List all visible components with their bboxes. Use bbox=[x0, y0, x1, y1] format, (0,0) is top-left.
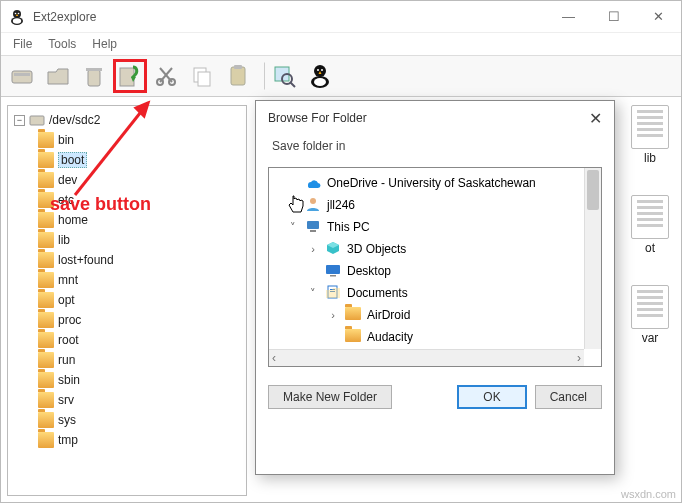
tree-item-mnt[interactable]: mnt bbox=[38, 270, 244, 290]
folder-item[interactable]: ˅Documents bbox=[273, 282, 597, 304]
dialog-close-button[interactable]: ✕ bbox=[589, 109, 602, 128]
tree-item-label: proc bbox=[58, 313, 81, 327]
paste-button[interactable] bbox=[221, 59, 255, 93]
dialog-button-row: Make New Folder OK Cancel bbox=[256, 371, 614, 423]
cut-button[interactable] bbox=[149, 59, 183, 93]
scrollbar-thumb[interactable] bbox=[587, 170, 599, 210]
window-controls: — ☐ ✕ bbox=[546, 1, 681, 33]
folder-icon bbox=[38, 412, 54, 428]
folder-item[interactable]: ›3D Objects bbox=[273, 238, 597, 260]
tree-item-proc[interactable]: proc bbox=[38, 310, 244, 330]
collapse-icon[interactable]: − bbox=[14, 115, 25, 126]
maximize-button[interactable]: ☐ bbox=[591, 1, 636, 33]
expand-icon[interactable]: ˅ bbox=[287, 221, 299, 234]
folder-label: Audacity bbox=[367, 330, 413, 344]
tree-item-label: root bbox=[58, 333, 79, 347]
tree-item-tmp[interactable]: tmp bbox=[38, 430, 244, 450]
copy-button[interactable] bbox=[185, 59, 219, 93]
tree-root-label: /dev/sdc2 bbox=[49, 113, 100, 127]
tree-item-opt[interactable]: opt bbox=[38, 290, 244, 310]
tree-root[interactable]: − /dev/sdc2 bbox=[10, 110, 244, 130]
horizontal-scrollbar[interactable]: ‹› bbox=[269, 349, 584, 366]
folder-item[interactable]: ˅This PC bbox=[273, 216, 597, 238]
rescan-button[interactable] bbox=[5, 59, 39, 93]
tree-item-boot[interactable]: boot bbox=[38, 150, 244, 170]
tree-item-label: boot bbox=[58, 152, 87, 168]
save-button[interactable] bbox=[113, 59, 147, 93]
delete-button[interactable] bbox=[77, 59, 111, 93]
ok-button[interactable]: OK bbox=[457, 385, 526, 409]
about-button[interactable] bbox=[303, 59, 337, 93]
dialog-title: Browse For Folder bbox=[268, 111, 367, 125]
folder-item[interactable]: Audacity bbox=[273, 326, 597, 348]
tree-item-label: lib bbox=[58, 233, 70, 247]
svg-point-4 bbox=[18, 12, 20, 14]
svg-point-27 bbox=[321, 69, 323, 71]
folder-item[interactable]: Desktop bbox=[273, 260, 597, 282]
tree-item-lib[interactable]: lib bbox=[38, 230, 244, 250]
tree-item-root[interactable]: root bbox=[38, 330, 244, 350]
svg-rect-34 bbox=[310, 230, 316, 232]
tree-children: binbootdevetchomeliblost+foundmntoptproc… bbox=[10, 130, 244, 450]
svg-point-2 bbox=[13, 18, 21, 24]
menubar: File Tools Help bbox=[1, 33, 681, 55]
folder-icon bbox=[38, 272, 54, 288]
tree-item-dev[interactable]: dev bbox=[38, 170, 244, 190]
document-icon bbox=[631, 105, 669, 149]
scroll-right-icon[interactable]: › bbox=[577, 351, 581, 365]
expand-icon[interactable]: ˅ bbox=[307, 287, 319, 300]
tree-item-label: tmp bbox=[58, 433, 78, 447]
folder-icon bbox=[38, 152, 54, 168]
svg-rect-37 bbox=[326, 265, 340, 274]
open-button[interactable] bbox=[41, 59, 75, 93]
svg-line-22 bbox=[290, 82, 295, 87]
expand-icon[interactable]: › bbox=[307, 243, 319, 255]
tree-item-run[interactable]: run bbox=[38, 350, 244, 370]
file-icons-column: lib ot var bbox=[631, 105, 669, 345]
list-item[interactable]: var bbox=[631, 285, 669, 345]
svg-point-3 bbox=[15, 12, 17, 14]
tree-item-label: home bbox=[58, 213, 88, 227]
device-tree[interactable]: − /dev/sdc2 binbootdevetchomeliblost+fou… bbox=[8, 106, 246, 454]
folder-label: This PC bbox=[327, 220, 370, 234]
menu-help[interactable]: Help bbox=[86, 35, 123, 53]
folder-item[interactable]: jll246 bbox=[273, 194, 597, 216]
document-icon bbox=[631, 285, 669, 329]
search-button[interactable] bbox=[267, 59, 301, 93]
toolbar-separator bbox=[257, 62, 265, 90]
menu-file[interactable]: File bbox=[7, 35, 38, 53]
titlebar: Ext2explore — ☐ ✕ bbox=[1, 1, 681, 33]
list-item[interactable]: lib bbox=[631, 105, 669, 165]
tree-item-srv[interactable]: srv bbox=[38, 390, 244, 410]
folder-label: Desktop bbox=[347, 264, 391, 278]
folder-icon bbox=[38, 232, 54, 248]
folder-item[interactable]: ›AirDroid bbox=[273, 304, 597, 326]
tree-item-sbin[interactable]: sbin bbox=[38, 370, 244, 390]
disk-icon bbox=[29, 112, 45, 128]
svg-point-32 bbox=[310, 198, 316, 204]
tree-item-bin[interactable]: bin bbox=[38, 130, 244, 150]
window-title: Ext2explore bbox=[33, 10, 546, 24]
folder-label: OneDrive - University of Saskatchewan bbox=[327, 176, 536, 190]
cancel-button[interactable]: Cancel bbox=[535, 385, 602, 409]
list-item[interactable]: ot bbox=[631, 195, 669, 255]
expand-icon[interactable]: › bbox=[327, 309, 339, 321]
svg-rect-9 bbox=[86, 68, 102, 71]
close-button[interactable]: ✕ bbox=[636, 1, 681, 33]
device-tree-pane: − /dev/sdc2 binbootdevetchomeliblost+fou… bbox=[7, 105, 247, 496]
scroll-left-icon[interactable]: ‹ bbox=[272, 351, 276, 365]
user-icon bbox=[305, 196, 321, 215]
tree-item-label: srv bbox=[58, 393, 74, 407]
svg-point-25 bbox=[314, 78, 326, 86]
tree-item-lost+found[interactable]: lost+found bbox=[38, 250, 244, 270]
svg-rect-7 bbox=[14, 73, 30, 76]
make-new-folder-button[interactable]: Make New Folder bbox=[268, 385, 392, 409]
menu-tools[interactable]: Tools bbox=[42, 35, 82, 53]
svg-rect-19 bbox=[234, 65, 242, 69]
svg-rect-6 bbox=[12, 71, 32, 83]
folder-item[interactable]: OneDrive - University of Saskatchewan bbox=[273, 172, 597, 194]
vertical-scrollbar[interactable] bbox=[584, 168, 601, 349]
tree-item-sys[interactable]: sys bbox=[38, 410, 244, 430]
minimize-button[interactable]: — bbox=[546, 1, 591, 33]
folder-tree[interactable]: OneDrive - University of Saskatchewanjll… bbox=[268, 167, 602, 367]
